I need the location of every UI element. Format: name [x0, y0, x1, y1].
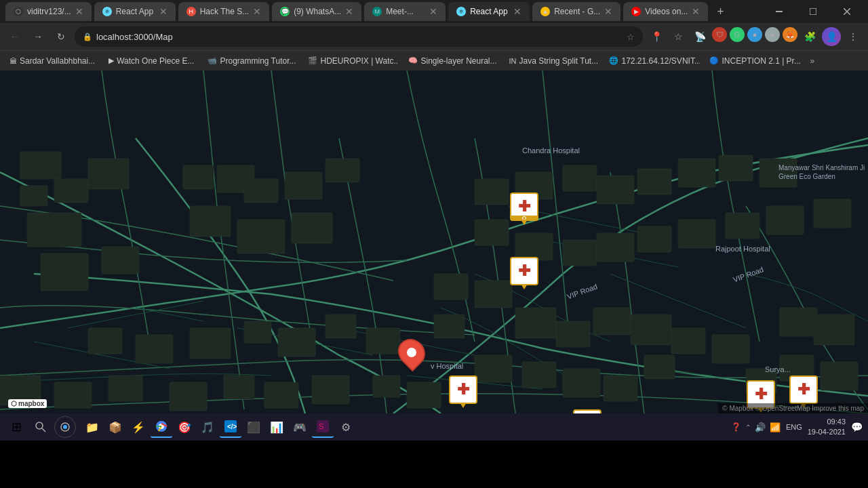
close-button[interactable] [831, 2, 863, 21]
notification-button[interactable]: 💬 [851, 422, 863, 432]
tab-yt[interactable]: ▶ Videos on... ✕ [623, 2, 708, 21]
svg-point-72 [36, 422, 43, 429]
search-icon [35, 422, 46, 432]
taskbar-search[interactable] [30, 416, 52, 438]
taskbar-time[interactable]: 09:43 19-04-2021 [808, 417, 846, 438]
tab-close-gdrive[interactable]: ✕ [604, 6, 612, 17]
hospital-marker-3[interactable]: ✚ [448, 375, 479, 409]
chevron-icon[interactable]: ⌃ [745, 424, 751, 431]
svg-rect-34 [136, 335, 173, 363]
bookmark-1[interactable]: 🏛 Sardar Vallabhbhai... [5, 55, 99, 67]
taskbar-chrome[interactable] [151, 416, 172, 438]
taskbar-settings[interactable]: ⚙ [335, 416, 357, 438]
tab-gdrive[interactable]: ▲ Recent - G... ✕ [532, 2, 620, 21]
map-container[interactable]: Chandra Hospital Rajpoot Hospital VIP Ro… [0, 70, 868, 413]
ext-gray[interactable]: ● [765, 27, 780, 42]
tab-hack[interactable]: H Hack The S... ✕ [178, 2, 269, 21]
tab-close-meet[interactable]: ✕ [429, 6, 437, 17]
tab-meet[interactable]: M Meet-... ✕ [364, 2, 446, 21]
taskbar-terminal[interactable]: ⬛ [243, 416, 264, 438]
bookmark-4[interactable]: 🎬 HDEUROPIX | Watc... [304, 55, 399, 67]
ext-firefox[interactable]: 🦊 [783, 27, 797, 42]
svg-rect-47 [373, 375, 400, 397]
svg-rect-71 [814, 199, 851, 228]
ext-blue[interactable]: ● [747, 27, 762, 42]
taskbar-ballistics[interactable]: 🎯 [174, 416, 195, 438]
taskbar-right: ❓ ⌃ 🔊 📶 ENG 09:43 19-04-2021 💬 [731, 417, 863, 438]
tab-close-wa[interactable]: ✕ [345, 6, 353, 17]
minimize-button[interactable] [764, 2, 795, 21]
ext-green[interactable]: G [730, 27, 745, 42]
svg-rect-45 [644, 355, 675, 379]
ext-ublock[interactable]: 🛡 [712, 27, 727, 42]
bookmark-5-icon: 🧠 [408, 56, 418, 65]
tab-close-react1[interactable]: ✕ [159, 6, 167, 17]
hospital-marker-2[interactable]: ✚ [509, 257, 540, 291]
reload-button[interactable]: ↻ [52, 27, 71, 46]
svg-rect-19 [292, 213, 332, 243]
new-tab-button[interactable]: + [711, 2, 730, 21]
bookmark-5[interactable]: 🧠 Single-layer Neural... [404, 55, 499, 67]
address-bar[interactable]: 🔒 localhost:3000/Map ☆ [75, 26, 643, 47]
location-services-icon[interactable]: 📍 [647, 27, 666, 46]
bookmark-more[interactable]: » [806, 55, 818, 67]
tab-close-react2[interactable]: ✕ [513, 6, 521, 17]
extensions-button[interactable]: 🧩 [800, 27, 819, 46]
svg-rect-17 [326, 159, 359, 182]
help-icon[interactable]: ❓ [731, 422, 741, 432]
svg-rect-53 [54, 382, 92, 408]
volume-icon[interactable]: 🔊 [755, 422, 766, 432]
taskbar-editor[interactable]: ⚡ [127, 416, 149, 438]
bookmark-8[interactable]: 🔵 INCEPTION 2.1 | Pr... [705, 55, 800, 67]
svg-rect-12 [183, 165, 214, 189]
svg-rect-52 [108, 375, 142, 401]
star-icon[interactable]: ☆ [627, 32, 635, 42]
taskbar-dropbox[interactable]: 📦 [104, 416, 126, 438]
svg-rect-35 [88, 328, 122, 354]
tab-react-2[interactable]: ⚛ React App ✕ [448, 2, 530, 21]
tab-close-github[interactable]: ✕ [75, 6, 83, 17]
taskbar-spotify[interactable]: 🎵 [197, 416, 218, 438]
svg-rect-31 [278, 328, 315, 357]
bookmark-2[interactable]: ▶ Watch One Piece E... [104, 55, 198, 67]
svg-rect-58 [597, 176, 634, 204]
start-button[interactable]: ⊞ [5, 416, 27, 438]
bookmark-7[interactable]: 🌐 172.21.64.12/SVNIT... [605, 55, 700, 67]
taskbar-vscode[interactable]: </> [220, 416, 241, 438]
tab-close-hack[interactable]: ✕ [253, 6, 261, 17]
star-bookmark-icon[interactable]: ☆ [669, 27, 688, 46]
bookmark-3[interactable]: 📹 Programming Tutor... [203, 55, 298, 67]
tab-github[interactable]: ⬡ viditrv123/... ✕ [5, 2, 92, 21]
svg-rect-25 [631, 314, 671, 345]
svg-rect-21 [475, 281, 512, 308]
network-icon[interactable]: 📶 [770, 422, 781, 432]
nav-icons: 📍 ☆ 📡 🛡 G ● ● 🦊 🧩 👤 ⋮ [647, 27, 863, 46]
task-view-button[interactable] [54, 416, 76, 438]
tab-whatsapp[interactable]: 💬 (9) WhatsA... ✕ [272, 2, 361, 21]
svg-rect-10 [41, 253, 88, 291]
hospital-marker-1[interactable]: ✚ [509, 192, 540, 226]
chrome-menu[interactable]: ⋮ [844, 27, 863, 46]
taskbar-excel[interactable]: 📊 [266, 416, 288, 438]
svg-rect-55 [475, 179, 509, 205]
svg-rect-37 [814, 314, 854, 345]
tab-react-1[interactable]: ⚛ React App ✕ [94, 2, 176, 21]
svg-rect-60 [678, 159, 715, 187]
svg-rect-39 [821, 362, 858, 390]
svg-rect-36 [780, 308, 817, 336]
map-roads-svg [0, 70, 868, 413]
svg-rect-5 [20, 152, 61, 179]
taskbar-slack[interactable]: S [312, 416, 334, 438]
svg-rect-59 [637, 169, 671, 195]
svg-rect-51 [170, 382, 207, 411]
bookmark-6[interactable]: IN Java String Split Tut... [505, 55, 599, 67]
tab-close-yt[interactable]: ✕ [692, 6, 700, 17]
profile-avatar[interactable]: 👤 [822, 27, 841, 46]
back-button[interactable]: ← [5, 27, 24, 46]
taskbar-steam[interactable]: 🎮 [289, 416, 311, 438]
cast-icon[interactable]: 📡 [690, 27, 709, 46]
forward-button[interactable]: → [28, 27, 47, 46]
taskbar-explorer[interactable]: 📁 [81, 416, 103, 438]
maximize-button[interactable] [797, 2, 829, 21]
user-location-marker[interactable] [398, 338, 425, 372]
